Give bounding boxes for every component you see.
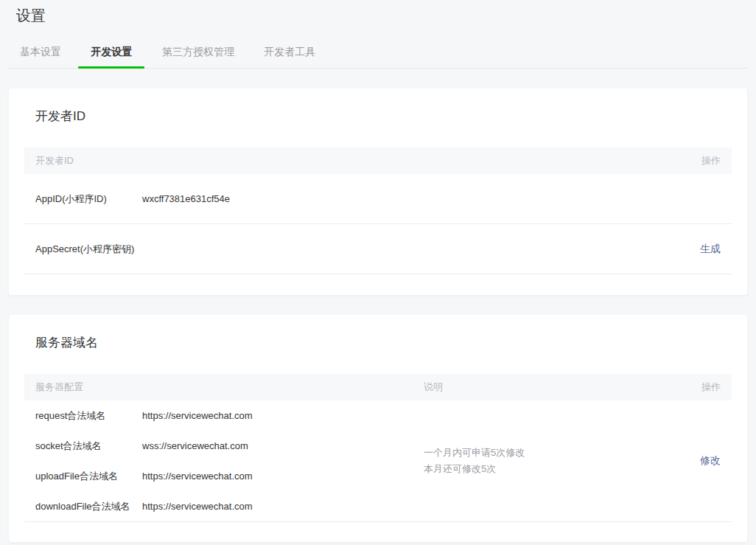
- server-domain-card: 服务器域名 服务器配置 说明 操作 request合法域名 https://se…: [9, 315, 747, 542]
- developer-id-card: 开发者ID 开发者ID 操作 AppID(小程序ID) wxcff7381e63…: [9, 88, 747, 295]
- header-developer-id: 开发者ID: [24, 154, 142, 167]
- request-domain-value: https://servicewechat.com: [142, 410, 424, 421]
- downloadfile-domain-label: downloadFile合法域名: [24, 500, 142, 513]
- appsecret-label: AppSecret(小程序密钥): [24, 243, 142, 256]
- server-domain-table-header: 服务器配置 说明 操作: [24, 374, 732, 400]
- generate-appsecret-link[interactable]: 生成: [700, 243, 721, 254]
- note-line-2: 本月还可修改5次: [424, 463, 496, 474]
- uploadfile-domain-label: uploadFile合法域名: [24, 470, 142, 483]
- tab-third-party-authorization[interactable]: 第三方授权管理: [150, 39, 247, 68]
- server-domain-card-title: 服务器域名: [9, 315, 747, 374]
- server-domain-table: 服务器配置 说明 操作 request合法域名 https://servicew…: [24, 374, 732, 522]
- modification-quota-note: 一个月内可申请5次修改 本月还可修改5次: [424, 445, 673, 477]
- downloadfile-domain-value: https://servicewechat.com: [142, 501, 424, 512]
- appid-value: wxcff7381e631cf54e: [142, 193, 673, 204]
- uploadfile-domain-value: https://servicewechat.com: [142, 471, 424, 482]
- developer-id-table: 开发者ID 操作 AppID(小程序ID) wxcff7381e631cf54e…: [24, 147, 732, 274]
- settings-tab-bar: 基本设置 开发设置 第三方授权管理 开发者工具: [7, 39, 749, 69]
- header-action: 操作: [673, 381, 732, 394]
- tab-developer-tools[interactable]: 开发者工具: [251, 39, 328, 68]
- developer-id-table-header: 开发者ID 操作: [24, 147, 732, 174]
- table-row-appsecret: AppSecret(小程序密钥) 生成: [24, 224, 732, 274]
- tab-development-settings[interactable]: 开发设置: [78, 39, 144, 68]
- header-action: 操作: [673, 154, 732, 167]
- appid-label: AppID(小程序ID): [24, 192, 142, 206]
- note-line-1: 一个月内可申请5次修改: [424, 447, 525, 458]
- request-domain-label: request合法域名: [24, 409, 142, 423]
- table-row-appid: AppID(小程序ID) wxcff7381e631cf54e: [24, 174, 732, 224]
- header-note: 说明: [424, 381, 673, 394]
- tab-basic-settings[interactable]: 基本设置: [7, 39, 74, 68]
- socket-domain-label: socket合法域名: [24, 440, 142, 453]
- server-domain-table-body: request合法域名 https://servicewechat.com so…: [24, 400, 732, 522]
- header-server-config: 服务器配置: [24, 381, 424, 394]
- socket-domain-value: wss://servicewechat.com: [142, 440, 424, 451]
- page-title: 设置: [0, 0, 756, 24]
- developer-id-card-title: 开发者ID: [9, 88, 747, 147]
- modify-domains-link[interactable]: 修改: [700, 454, 721, 466]
